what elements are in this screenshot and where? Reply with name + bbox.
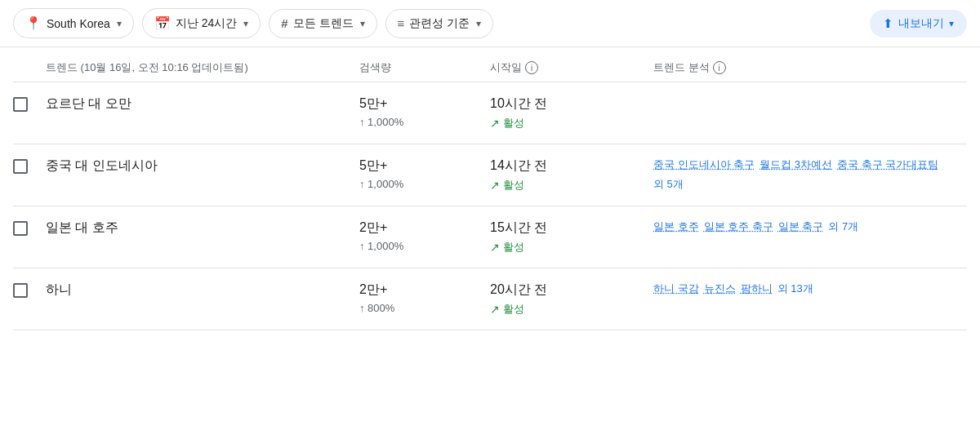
active-label: 활성 [503,116,524,131]
trends-label: 모든 트렌드 [293,16,354,31]
active-arrow-icon: ↗ [490,179,500,192]
row-analysis: 하니 국감뉴진스팜하니외 13개 [653,281,967,296]
row-title: 요르단 대 오만 [46,95,359,113]
header-analysis-col: 트렌드 분석 i [653,60,967,75]
time-label: 지난 24시간 [176,16,237,31]
table-row: 일본 대 호주 2만+ ↑ 1,000% 15시간 전 ↗ 활성 일본 호주일본… [13,206,967,268]
row-checkbox-cell [13,157,46,174]
analysis-info-icon[interactable]: i [713,61,726,74]
start-info-icon[interactable]: i [525,61,538,74]
search-change: ↑ 800% [359,302,490,314]
row-start: 10시간 전 ↗ 활성 [490,95,653,131]
active-status: ↗ 활성 [490,116,653,131]
row-search: 2만+ ↑ 800% [359,281,490,314]
trends-chevron-icon: ▾ [360,18,365,29]
trends-filter-button[interactable]: # 모든 트렌드 ▾ [269,9,376,38]
table-body: 요르단 대 오만 5만+ ↑ 1,000% 10시간 전 ↗ 활성 중국 대 인… [13,82,967,330]
row-checkbox-cell [13,281,46,298]
more-tags-link[interactable]: 외 5개 [653,177,684,192]
analysis-tag[interactable]: 뉴진스 [704,281,736,296]
analysis-tag[interactable]: 중국 인도네시아 축구 [653,157,755,172]
hashtag-icon: # [281,16,287,30]
location-icon: 📍 [25,16,42,31]
calendar-icon: 📅 [154,16,171,31]
row-start: 20시간 전 ↗ 활성 [490,281,653,317]
row-search: 2만+ ↑ 1,000% [359,219,490,252]
sort-label: 관련성 기준 [409,16,470,31]
search-change: ↑ 1,000% [359,178,490,190]
start-time: 20시간 전 [490,281,653,299]
active-status: ↗ 활성 [490,240,653,255]
trends-table: 트렌드 (10월 16일, 오전 10:16 업데이트됨) 검색량 시작일 i … [0,47,980,330]
header-start-col: 시작일 i [490,60,653,75]
analysis-tag[interactable]: 일본 호주 [653,219,699,234]
analysis-tag[interactable]: 일본 호주 축구 [704,219,773,234]
active-status: ↗ 활성 [490,178,653,193]
row-search: 5만+ ↑ 1,000% [359,95,490,128]
row-search: 5만+ ↑ 1,000% [359,157,490,190]
more-tags-link[interactable]: 외 13개 [777,281,813,296]
start-time: 14시간 전 [490,157,653,175]
row-title: 하니 [46,281,359,299]
row-title: 일본 대 호주 [46,219,359,237]
row-checkbox[interactable] [13,159,28,174]
table-header: 트렌드 (10월 16일, 오전 10:16 업데이트됨) 검색량 시작일 i … [13,47,967,82]
export-button[interactable]: ⬆ 내보내기 ▾ [870,10,967,38]
time-chevron-icon: ▾ [243,18,248,29]
header-analysis-label: 트렌드 분석 [653,60,710,75]
row-checkbox-cell [13,219,46,236]
row-start: 14시간 전 ↗ 활성 [490,157,653,193]
analysis-tags: 중국 인도네시아 축구월드컵 3차예선중국 축구 국가대표팀외 5개 [653,157,967,192]
row-checkbox[interactable] [13,97,28,112]
location-chevron-icon: ▾ [117,18,122,29]
row-title: 중국 대 인도네시아 [46,157,359,175]
active-status: ↗ 활성 [490,302,653,317]
active-label: 활성 [503,302,524,317]
start-time: 15시간 전 [490,219,653,237]
search-change: ↑ 1,000% [359,116,490,128]
row-checkbox[interactable] [13,283,28,298]
search-count: 5만+ [359,95,490,113]
search-count: 2만+ [359,219,490,237]
analysis-tag[interactable]: 중국 축구 국가대표팀 [837,157,938,172]
more-tags-link[interactable]: 외 7개 [828,219,858,234]
analysis-tag[interactable]: 팜하니 [741,281,773,296]
analysis-tags: 일본 호주일본 호주 축구일본 축구외 7개 [653,219,858,234]
row-analysis: 중국 인도네시아 축구월드컵 3차예선중국 축구 국가대표팀외 5개 [653,157,967,192]
analysis-tag[interactable]: 일본 축구 [778,219,824,234]
sort-filter-button[interactable]: ≡ 관련성 기준 ▾ [385,9,494,38]
export-icon: ⬆ [883,16,893,31]
active-arrow-icon: ↗ [490,241,500,254]
export-chevron-icon: ▾ [949,18,954,29]
analysis-tag[interactable]: 월드컵 3차예선 [760,157,832,172]
active-label: 활성 [503,178,524,193]
row-analysis: 일본 호주일본 호주 축구일본 축구외 7개 [653,219,967,234]
location-filter-button[interactable]: 📍 South Korea ▾ [13,8,134,38]
location-label: South Korea [47,17,110,30]
search-count: 2만+ [359,281,490,299]
row-start: 15시간 전 ↗ 활성 [490,219,653,255]
table-row: 하니 2만+ ↑ 800% 20시간 전 ↗ 활성 하니 국감뉴진스팜하니외 1… [13,268,967,330]
search-count: 5만+ [359,157,490,175]
sort-icon: ≡ [398,16,405,30]
time-filter-button[interactable]: 📅 지난 24시간 ▾ [142,8,261,38]
row-checkbox-cell [13,95,46,112]
sort-chevron-icon: ▾ [476,18,481,29]
header-checkbox-col [13,60,46,75]
search-change: ↑ 1,000% [359,240,490,252]
header-trend-label: 트렌드 (10월 16일, 오전 10:16 업데이트됨) [46,60,248,75]
toolbar: 📍 South Korea ▾ 📅 지난 24시간 ▾ # 모든 트렌드 ▾ ≡… [0,0,980,47]
export-label: 내보내기 [898,16,944,31]
analysis-tag[interactable]: 하니 국감 [653,281,699,296]
active-arrow-icon: ↗ [490,117,500,130]
start-time: 10시간 전 [490,95,653,113]
active-label: 활성 [503,240,524,255]
header-search-col: 검색량 [359,60,490,75]
table-row: 요르단 대 오만 5만+ ↑ 1,000% 10시간 전 ↗ 활성 [13,82,967,144]
header-start-label: 시작일 [490,60,522,75]
row-checkbox[interactable] [13,221,28,236]
active-arrow-icon: ↗ [490,303,500,316]
table-row: 중국 대 인도네시아 5만+ ↑ 1,000% 14시간 전 ↗ 활성 중국 인… [13,144,967,206]
header-trend-col: 트렌드 (10월 16일, 오전 10:16 업데이트됨) [46,60,359,75]
header-search-label: 검색량 [359,60,391,75]
